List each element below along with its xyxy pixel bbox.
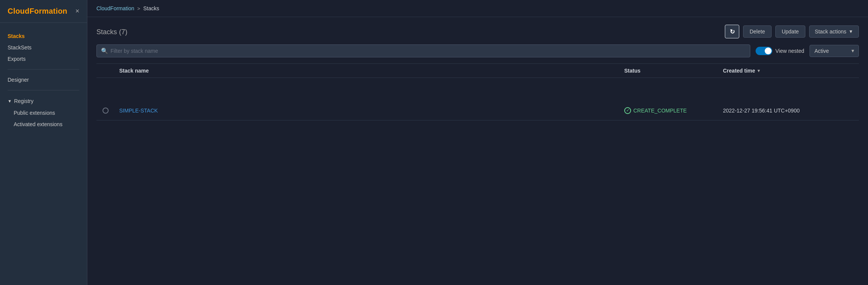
refresh-icon: ↻ [730, 28, 735, 35]
stack-actions-chevron-icon: ▼ [849, 29, 853, 34]
row-stack-name: SIMPLE-STACK [115, 103, 620, 118]
table-row: SIMPLE-STACK ✓ CREATE_COMPLETE 2022-12-2… [96, 101, 859, 120]
sidebar-item-activated-extensions[interactable]: Activated extensions [0, 119, 87, 130]
sidebar-item-stacks[interactable]: Stacks [0, 30, 87, 42]
stack-actions-label: Stack actions [815, 28, 846, 35]
sidebar-item-stacksets[interactable]: StackSets [0, 42, 87, 53]
th-stack-name: Stack name [115, 68, 620, 74]
search-input[interactable] [96, 44, 750, 57]
search-icon: 🔍 [101, 48, 108, 54]
status-select-wrap: Active Deleted All ▼ [810, 45, 859, 57]
sidebar-item-public-extensions[interactable]: Public extensions [0, 107, 87, 119]
sidebar-close-button[interactable]: × [75, 7, 79, 15]
table-header: Stack name Status Created time ▼ [96, 64, 859, 78]
row-status: ✓ CREATE_COMPLETE [620, 103, 718, 119]
breadcrumb-separator: > [137, 6, 140, 11]
sidebar: CloudFormation × Stacks StackSets Export… [0, 0, 87, 285]
page-title: Stacks (7) [96, 27, 128, 36]
th-sort-icon: ▼ [757, 68, 761, 73]
view-nested-toggle[interactable] [756, 47, 772, 55]
status-complete-icon: ✓ [624, 107, 631, 114]
stack-name-link[interactable]: SIMPLE-STACK [119, 108, 158, 114]
breadcrumb-cloudformation[interactable]: CloudFormation [96, 5, 134, 11]
sidebar-header: CloudFormation × [0, 0, 87, 23]
delete-button[interactable]: Delete [743, 25, 771, 38]
stack-actions-button[interactable]: Stack actions ▼ [809, 25, 859, 38]
main-content: CloudFormation > Stacks Stacks (7) ↻ Del… [87, 0, 868, 285]
page-content: Stacks (7) ↻ Delete Update Stack actions… [87, 17, 868, 285]
page-title-count: (7) [119, 28, 128, 36]
toggle-slider [756, 47, 772, 55]
row-created-time: 2022-12-27 19:56:41 UTC+0900 [718, 103, 840, 118]
row-select[interactable] [96, 103, 115, 118]
empty-rows [96, 78, 859, 101]
radio-button[interactable] [103, 108, 109, 114]
sidebar-divider-1 [8, 69, 79, 70]
sidebar-divider-2 [8, 90, 79, 90]
status-complete: ✓ CREATE_COMPLETE [624, 107, 714, 114]
view-nested-label: View nested [756, 47, 804, 55]
stacks-table: Stack name Status Created time ▼ SIMPLE-… [96, 64, 859, 120]
update-button[interactable]: Update [775, 25, 805, 38]
breadcrumb: CloudFormation > Stacks [87, 0, 868, 17]
sidebar-nav: Stacks StackSets Exports Designer ▼ Regi… [0, 23, 87, 285]
th-extra [840, 68, 859, 74]
sidebar-registry-label: Registry [14, 98, 33, 104]
search-container: 🔍 [96, 44, 750, 57]
refresh-button[interactable]: ↻ [725, 25, 739, 38]
row-extra [840, 106, 859, 115]
status-select[interactable]: Active Deleted All [810, 45, 859, 57]
page-title-text: Stacks [96, 28, 117, 36]
registry-chevron-icon: ▼ [8, 99, 12, 103]
view-nested-text: View nested [775, 48, 804, 54]
sidebar-item-exports[interactable]: Exports [0, 53, 87, 65]
th-created-time[interactable]: Created time ▼ [718, 68, 840, 74]
status-complete-text: CREATE_COMPLETE [633, 108, 687, 114]
filter-bar: 🔍 View nested Active Deleted All ▼ [96, 44, 859, 64]
breadcrumb-current: Stacks [143, 5, 159, 11]
sidebar-registry-section[interactable]: ▼ Registry [0, 95, 87, 107]
sidebar-logo: CloudFormation [8, 7, 67, 16]
th-created-time-label: Created time [723, 68, 755, 74]
th-select [96, 68, 115, 74]
th-status: Status [620, 68, 718, 74]
sidebar-item-designer[interactable]: Designer [0, 74, 87, 86]
toolbar: Stacks (7) ↻ Delete Update Stack actions… [96, 25, 859, 38]
